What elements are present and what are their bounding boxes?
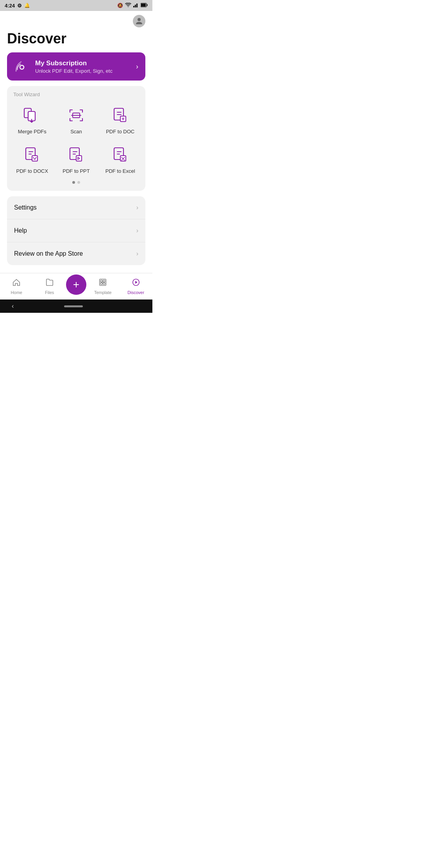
add-icon: +	[73, 279, 79, 290]
svg-rect-5	[147, 4, 148, 6]
files-icon	[45, 278, 54, 289]
discover-label: Discover	[127, 290, 144, 295]
tool-scan[interactable]: Scan	[55, 102, 98, 138]
battery-icon	[141, 3, 148, 9]
wifi-icon	[125, 3, 131, 9]
svg-rect-17	[76, 156, 82, 161]
dot-2	[77, 181, 80, 184]
pdf-to-docx-icon	[22, 145, 42, 165]
help-menu-item[interactable]: Help ›	[7, 219, 145, 242]
tool-pdf-to-excel[interactable]: PDF to Excel	[99, 142, 141, 177]
help-label: Help	[14, 227, 27, 234]
nav-template[interactable]: Template	[86, 278, 120, 295]
status-icons: 🔕	[117, 3, 148, 9]
gear-icon: ⚙	[17, 3, 22, 9]
svg-point-7	[138, 18, 141, 21]
svg-rect-6	[141, 4, 146, 7]
svg-point-8	[20, 65, 24, 69]
pdf-to-ppt-label: PDF to PPT	[63, 168, 89, 174]
tool-pdf-to-doc[interactable]: PDF to DOC	[99, 102, 141, 138]
discover-icon	[132, 278, 140, 289]
page-dots	[11, 181, 141, 184]
subscription-banner[interactable]: My Subscription Unlock PDF Edit, Export,…	[7, 52, 145, 81]
svg-rect-0	[133, 6, 134, 7]
scan-label: Scan	[70, 129, 82, 135]
settings-label: Settings	[14, 204, 37, 211]
muted-icon: 🔕	[117, 3, 123, 8]
svg-rect-1	[135, 5, 136, 7]
status-time-group: 4:24 ⚙ 🔔	[5, 3, 30, 9]
pdf-to-doc-icon	[110, 105, 131, 126]
pdf-to-ppt-icon	[66, 145, 86, 165]
page-title: Discover	[0, 29, 152, 52]
header	[0, 11, 152, 29]
nav-files[interactable]: Files	[33, 278, 66, 295]
notification-icon: 🔔	[24, 3, 30, 8]
help-chevron: ›	[136, 227, 138, 234]
signal-icon	[133, 3, 139, 9]
subscription-subtitle: Unlock PDF Edit, Export, Sign, etc	[35, 68, 133, 74]
subscription-title: My Subscription	[35, 59, 133, 67]
merge-pdfs-label: Merge PDFs	[18, 129, 46, 135]
pdf-to-docx-label: PDF to DOCX	[16, 168, 48, 174]
subscription-chevron: ›	[136, 63, 138, 71]
template-icon	[98, 278, 107, 289]
svg-rect-22	[103, 280, 105, 282]
subscription-icon	[14, 59, 30, 74]
subscription-text: My Subscription Unlock PDF Edit, Export,…	[35, 59, 133, 74]
home-label: Home	[11, 290, 22, 295]
tool-pdf-to-ppt[interactable]: PDF to PPT	[55, 142, 98, 177]
svg-rect-2	[136, 4, 138, 7]
system-bar: ‹	[0, 299, 152, 313]
review-label: Review on the App Store	[14, 250, 83, 257]
bottom-nav: Home Files + Template	[0, 273, 152, 299]
svg-marker-26	[135, 281, 138, 283]
tool-pdf-to-docx[interactable]: PDF to DOCX	[11, 142, 54, 177]
tool-merge-pdfs[interactable]: Merge PDFs	[11, 102, 54, 138]
tool-grid: Merge PDFs Scan	[11, 102, 141, 177]
files-label: Files	[45, 290, 54, 295]
status-time: 4:24	[5, 3, 15, 9]
home-indicator[interactable]	[64, 305, 83, 307]
scan-icon	[66, 105, 86, 126]
review-chevron: ›	[136, 250, 138, 257]
pdf-to-excel-icon	[110, 145, 131, 165]
template-label: Template	[94, 290, 112, 295]
user-avatar[interactable]	[133, 15, 145, 27]
add-button[interactable]: +	[66, 274, 86, 295]
svg-rect-15	[32, 156, 38, 161]
settings-menu-item[interactable]: Settings ›	[7, 196, 145, 219]
settings-chevron: ›	[136, 204, 138, 211]
back-button[interactable]: ‹	[12, 303, 14, 310]
dot-1	[72, 181, 75, 184]
svg-rect-23	[101, 283, 103, 285]
menu-section: Settings › Help › Review on the App Stor…	[7, 196, 145, 265]
pdf-to-excel-label: PDF to Excel	[106, 168, 135, 174]
review-menu-item[interactable]: Review on the App Store ›	[7, 242, 145, 265]
svg-rect-24	[103, 283, 105, 285]
tool-wizard-label: Tool Wizard	[11, 91, 141, 97]
nav-home[interactable]: Home	[0, 278, 33, 295]
svg-rect-21	[101, 280, 103, 282]
merge-pdfs-icon	[22, 105, 42, 126]
svg-rect-3	[138, 3, 139, 7]
pdf-to-doc-label: PDF to DOC	[106, 129, 134, 135]
home-icon	[12, 278, 21, 289]
status-bar: 4:24 ⚙ 🔔 🔕	[0, 0, 152, 11]
nav-discover[interactable]: Discover	[120, 278, 153, 295]
tool-wizard: Tool Wizard Merge PDFs	[7, 86, 145, 191]
